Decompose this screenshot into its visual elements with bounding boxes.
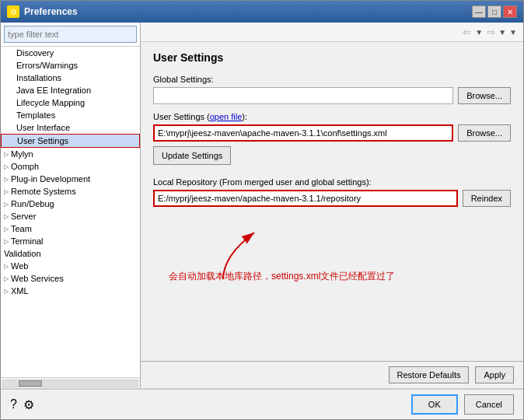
tree-container: Discovery Errors/Warnings Installations … (1, 47, 140, 377)
reindex-button[interactable]: Reindex (463, 190, 511, 207)
global-settings-input[interactable] (153, 87, 453, 104)
sidebar-item-user-interface[interactable]: User Interface (1, 121, 140, 134)
expand-icon: ▷ (4, 213, 9, 220)
global-settings-section: Global Settings: Browse... (153, 75, 511, 104)
content-area: Discovery Errors/Warnings Installations … (1, 23, 523, 388)
sidebar-item-mylyn[interactable]: ▷ Mylyn (1, 148, 140, 160)
user-settings-label-text: User Settings ( (153, 112, 210, 121)
sidebar-item-web-services[interactable]: ▷ Web Services (1, 272, 140, 285)
sidebar-item-java-ee[interactable]: Java EE Integration (1, 84, 140, 96)
sidebar-item-web[interactable]: ▷ Web (1, 260, 140, 272)
expand-icon: ▷ (4, 288, 9, 295)
search-input[interactable] (4, 26, 137, 43)
dialog-footer: ? ⚙ OK Cancel (1, 388, 523, 419)
title-bar-left: ⚙ Preferences (7, 5, 78, 18)
expand-icon: ▷ (4, 201, 9, 208)
open-file-link[interactable]: open file (210, 112, 243, 121)
horizontal-scrollbar[interactable] (2, 380, 138, 387)
scroll-thumb (19, 380, 42, 387)
user-settings-section: User Settings (open file): Browse... Upd… (153, 112, 511, 165)
window-icon: ⚙ (7, 5, 19, 18)
local-repo-label: Local Repository (From merged user and g… (153, 177, 511, 187)
cancel-button[interactable]: Cancel (464, 394, 514, 415)
annotation-text: 会自动加载本地库路径，settings.xml文件已经配置过了 (169, 270, 395, 283)
bottom-toolbar: Restore Defaults Apply (141, 361, 523, 388)
back-arrow-icon[interactable]: ⇐ (463, 26, 472, 38)
local-repo-row: Reindex (153, 190, 511, 207)
expand-icon: ▷ (4, 226, 9, 233)
main-content: User Settings Global Settings: Browse...… (141, 42, 523, 361)
menu-dropdown-icon[interactable]: ▼ (509, 28, 517, 37)
sidebar-item-installations[interactable]: Installations (1, 72, 140, 84)
expand-icon: ▷ (4, 188, 9, 195)
sidebar-item-oomph[interactable]: ▷ Oomph (1, 160, 140, 173)
user-settings-label-suffix: ): (242, 112, 247, 121)
expand-icon: ▷ (4, 151, 9, 158)
global-settings-row: Browse... (153, 87, 511, 104)
expand-icon: ▷ (4, 238, 9, 245)
sidebar-item-terminal[interactable]: ▷ Terminal (1, 235, 140, 247)
settings-icon[interactable]: ⚙ (23, 397, 34, 412)
sidebar-item-plugin-development[interactable]: ▷ Plug-in Development (1, 173, 140, 185)
close-button[interactable]: ✕ (503, 5, 517, 18)
sidebar-item-team[interactable]: ▷ Team (1, 222, 140, 235)
sidebar: Discovery Errors/Warnings Installations … (1, 23, 141, 388)
sidebar-item-run-debug[interactable]: ▷ Run/Debug (1, 198, 140, 210)
sidebar-scrollbar (1, 377, 140, 388)
search-box (1, 23, 140, 47)
expand-icon: ▷ (4, 263, 9, 270)
page-title: User Settings (153, 51, 511, 64)
apply-button[interactable]: Apply (475, 366, 514, 383)
sidebar-item-lifecycle-mapping[interactable]: Lifecycle Mapping (1, 96, 140, 109)
forward-arrow-icon[interactable]: ⇒ (486, 26, 495, 38)
help-icon[interactable]: ? (10, 397, 17, 412)
sidebar-item-xml[interactable]: ▷ XML (1, 285, 140, 297)
annotation-area: 会自动加载本地库路径，settings.xml文件已经配置过了 (153, 221, 511, 283)
sidebar-item-discovery[interactable]: Discovery (1, 47, 140, 59)
title-buttons: — □ ✕ (472, 5, 517, 18)
sidebar-item-errors-warnings[interactable]: Errors/Warnings (1, 59, 140, 72)
sidebar-item-remote-systems[interactable]: ▷ Remote Systems (1, 185, 140, 198)
window-title: Preferences (24, 6, 78, 17)
user-settings-label: User Settings (open file): (153, 112, 511, 121)
ok-button[interactable]: OK (411, 394, 458, 415)
sidebar-item-user-settings[interactable]: User Settings (1, 134, 140, 148)
user-settings-row: Browse... (153, 124, 511, 142)
footer-help: ? ⚙ (10, 397, 34, 412)
title-bar: ⚙ Preferences — □ ✕ (1, 1, 523, 23)
local-repo-section: Local Repository (From merged user and g… (153, 177, 511, 207)
sidebar-item-server[interactable]: ▷ Server (1, 210, 140, 222)
user-browse-button[interactable]: Browse... (458, 124, 511, 142)
expand-icon: ▷ (4, 176, 9, 183)
user-settings-input[interactable] (153, 124, 453, 142)
minimize-button[interactable]: — (472, 5, 486, 18)
sidebar-item-validation[interactable]: Validation (1, 247, 140, 260)
forward-dropdown-icon[interactable]: ▼ (498, 28, 506, 37)
global-settings-label: Global Settings: (153, 75, 511, 84)
update-settings-button[interactable]: Update Settings (153, 146, 231, 165)
global-browse-button[interactable]: Browse... (458, 87, 511, 104)
restore-defaults-button[interactable]: Restore Defaults (389, 366, 470, 383)
sidebar-item-templates[interactable]: Templates (1, 109, 140, 121)
expand-icon: ▷ (4, 163, 9, 170)
expand-icon: ▷ (4, 275, 9, 282)
preferences-window: ⚙ Preferences — □ ✕ Discovery Errors/War… (0, 0, 524, 420)
restore-button[interactable]: □ (487, 5, 501, 18)
local-repo-input[interactable] (153, 190, 458, 207)
back-dropdown-icon[interactable]: ▼ (475, 28, 483, 37)
